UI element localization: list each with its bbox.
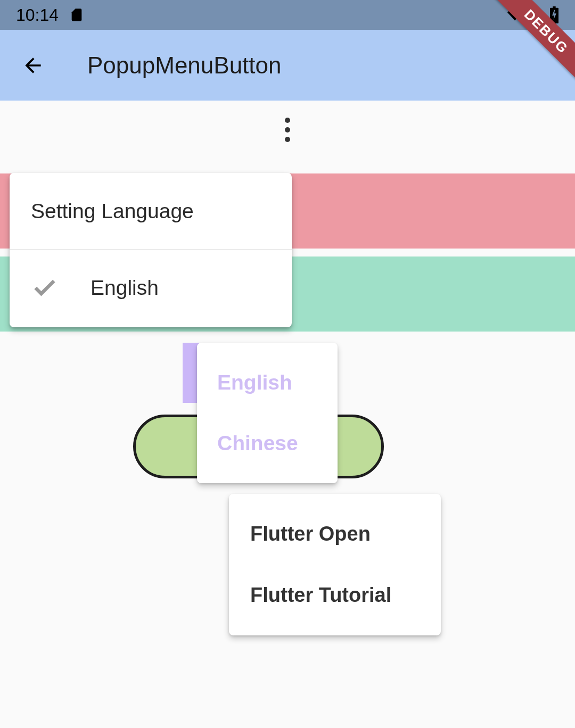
check-icon (31, 274, 59, 302)
sd-card-icon (69, 6, 84, 23)
popup-settings-item[interactable]: English (10, 250, 292, 326)
svg-point-3 (285, 137, 290, 142)
popup-flutter-item-label: Flutter Open (250, 523, 371, 545)
back-icon[interactable] (21, 54, 45, 77)
svg-point-2 (285, 127, 290, 133)
more-vert-icon[interactable] (282, 117, 293, 143)
popup-flutter-item[interactable]: Flutter Open (229, 503, 441, 565)
popup-settings-header: Setting Language (10, 173, 292, 250)
popup-flutter-item[interactable]: Flutter Tutorial (229, 565, 441, 626)
page-title: PopupMenuButton (87, 52, 282, 79)
popup-flutter: Flutter Open Flutter Tutorial (229, 494, 441, 635)
popup-settings-item-label: English (91, 276, 159, 300)
status-time: 10:14 (16, 5, 59, 25)
popup-flutter-item-label: Flutter Tutorial (250, 584, 391, 607)
popup-language-item-label: Chinese (217, 432, 298, 455)
app-bar: PopupMenuButton (0, 30, 575, 101)
popup-language-item-label: English (217, 371, 292, 394)
popup-language: English Chinese (197, 343, 338, 483)
popup-settings-title: Setting Language (31, 200, 194, 223)
popup-language-item[interactable]: Chinese (197, 413, 338, 474)
popup-language-item[interactable]: English (197, 352, 338, 413)
popup-settings: Setting Language English (10, 173, 292, 327)
status-bar: 10:14 (0, 0, 575, 30)
svg-point-1 (285, 118, 290, 123)
